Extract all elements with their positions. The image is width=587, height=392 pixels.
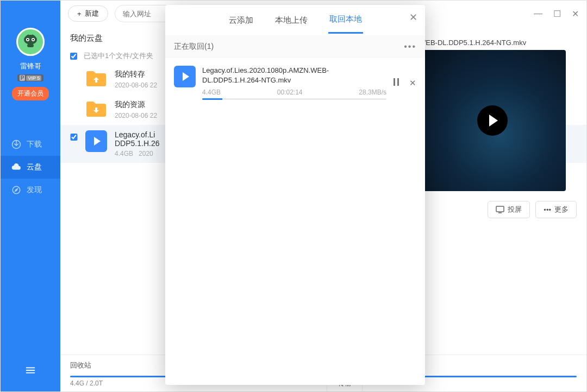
task-speed: 28.3MB/s xyxy=(359,88,386,96)
retrieving-label: 正在取回(1) xyxy=(174,42,214,52)
upgrade-membership-button[interactable]: 开通会员 xyxy=(12,87,49,100)
svg-rect-11 xyxy=(397,78,399,86)
sidebar-item-label: 云盘 xyxy=(27,162,42,172)
hamburger-icon xyxy=(24,364,36,376)
file-name: 我的转存 xyxy=(115,69,157,79)
sidebar-item-discover[interactable]: 发现 xyxy=(1,179,60,201)
download-icon xyxy=(11,140,21,149)
sidebar-item-label: 下载 xyxy=(27,140,42,149)
vip-badge: P VIP 5 xyxy=(17,74,44,81)
pause-button[interactable] xyxy=(393,78,399,87)
transfer-modal: 云添加 本地上传 取回本地 ✕ 正在取回(1) ••• Legacy.of.Li… xyxy=(165,5,425,385)
sidebar-item-download[interactable]: 下载 xyxy=(1,133,60,156)
svg-rect-10 xyxy=(394,78,395,86)
file-name: 我的资源 xyxy=(115,100,157,110)
preview-panel: WEB-DL.DDP5.1.H.264-NTG.mkv 投屏 ••• 更多 xyxy=(419,39,577,218)
folder-icon xyxy=(85,100,107,118)
task-filename: Legacy.of.Lies.2020.1080p.AMZN.WEB-DL.DD… xyxy=(202,66,386,85)
maximize-button[interactable]: ☐ xyxy=(553,9,561,19)
tab-retrieve[interactable]: 取回本地 xyxy=(328,7,363,34)
play-button[interactable] xyxy=(477,105,508,136)
tab-cloud-add[interactable]: 云添加 xyxy=(228,8,254,33)
sidebar-item-cloud[interactable]: 云盘 xyxy=(1,156,60,179)
file-name: Legacy.of.Li xyxy=(115,130,159,139)
menu-button[interactable] xyxy=(1,364,60,376)
task-more-button[interactable]: ••• xyxy=(404,42,416,52)
video-preview[interactable] xyxy=(419,50,566,191)
username: 雷锋哥 xyxy=(20,61,41,71)
svg-point-3 xyxy=(27,39,29,41)
retrieve-header: 正在取回(1) ••• xyxy=(165,35,425,58)
modal-tabs: 云添加 本地上传 取回本地 ✕ xyxy=(165,5,425,35)
new-button[interactable]: + 新建 xyxy=(68,5,108,22)
selection-text: 已选中1个文件/文件夹 xyxy=(84,51,153,61)
svg-point-0 xyxy=(24,35,37,45)
compass-icon xyxy=(11,185,21,195)
more-button[interactable]: ••• 更多 xyxy=(535,201,577,218)
sidebar: 雷锋哥 P VIP 5 开通会员 下载 云盘 发现 xyxy=(1,1,60,391)
sidebar-nav: 下载 云盘 发现 xyxy=(1,133,60,201)
video-file-icon xyxy=(85,130,107,152)
modal-close-button[interactable]: ✕ xyxy=(409,11,417,23)
file-checkbox[interactable] xyxy=(70,134,78,141)
minimize-button[interactable]: — xyxy=(534,9,542,19)
download-task: Legacy.of.Lies.2020.1080p.AMZN.WEB-DL.DD… xyxy=(165,58,425,108)
svg-rect-9 xyxy=(496,206,504,212)
select-all-checkbox[interactable] xyxy=(70,53,77,60)
window-controls: — ☐ ✕ xyxy=(534,9,579,19)
cancel-task-button[interactable]: ✕ xyxy=(409,78,416,88)
tab-local-upload[interactable]: 本地上传 xyxy=(274,8,309,33)
svg-point-4 xyxy=(33,39,34,41)
play-icon xyxy=(489,115,498,127)
task-size: 4.4GB xyxy=(202,88,221,96)
pause-icon xyxy=(393,78,399,86)
cast-icon xyxy=(496,206,504,213)
close-button[interactable]: ✕ xyxy=(572,9,579,19)
more-icon: ••• xyxy=(544,206,551,214)
svg-rect-5 xyxy=(27,44,34,47)
preview-filename: WEB-DL.DDP5.1.H.264-NTG.mkv xyxy=(419,39,577,47)
cast-button[interactable]: 投屏 xyxy=(488,201,530,218)
avatar[interactable] xyxy=(16,28,45,56)
plus-icon: + xyxy=(77,10,82,18)
cloud-icon xyxy=(11,162,21,172)
video-file-icon xyxy=(174,66,196,87)
task-eta: 00:02:14 xyxy=(277,88,303,96)
sidebar-item-label: 发现 xyxy=(27,185,42,195)
task-progress xyxy=(202,98,386,100)
folder-icon xyxy=(85,69,107,88)
